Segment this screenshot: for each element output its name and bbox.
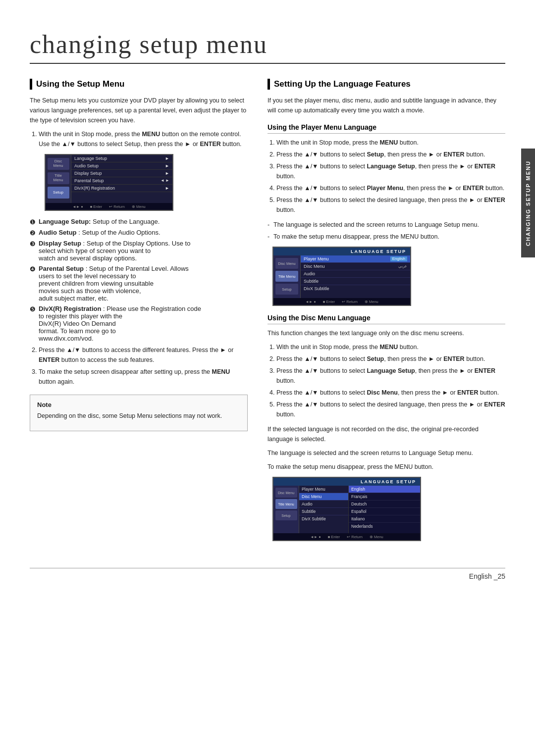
left-section-heading: Using the Setup Menu — [30, 79, 248, 90]
setup-icon-s2: Setup — [275, 510, 297, 520]
s2-lang-english: English — [349, 486, 420, 493]
disc-step-5: Press the ▲/▼ buttons to select the desi… — [276, 400, 505, 419]
right-section-heading: Setting Up the Language Features — [268, 79, 505, 90]
left-column: Using the Setup Menu The Setup menu lets… — [30, 79, 248, 548]
player-step-2: Press the ▲/▼ buttons to select Setup, t… — [276, 150, 505, 159]
setup-icon-s1b: Setup — [275, 284, 298, 295]
s1-row-disc: Disc Menuعربي — [301, 263, 410, 270]
side-tab: CHANGING SETUP MENU — [521, 149, 535, 257]
player-step-5: Press the ▲/▼ buttons to select the desi… — [276, 195, 505, 215]
desc-item-2: ❷ Audio Setup : Setup of the Audio Optio… — [30, 229, 248, 237]
disc-step-1: With the unit in Stop mode, press the ME… — [276, 342, 505, 352]
disc-menu-intro: This function changes the text language … — [268, 328, 505, 338]
setup-icon-s1: Title Menu — [275, 271, 298, 282]
s2-row-player: Player Menu — [299, 486, 348, 493]
left-step-1: With the unit in Stop mode, press the ME… — [39, 129, 248, 149]
player-note-2: To make the setup menu disappear, press … — [268, 232, 505, 242]
left-intro: The Setup menu lets you customize your D… — [30, 96, 248, 125]
menu-row-parental: Parental Setup◄ ► — [71, 177, 172, 185]
disc-menu-icon: DiscMenu — [48, 158, 69, 170]
s2-lang-francais: Français — [349, 493, 420, 501]
s1-row-divx: DivX Subtitle — [301, 285, 410, 292]
setup-icon: Setup — [48, 187, 69, 199]
setup-screen-mockup: DiscMenu TitleMenu Setup Language Setup►… — [45, 154, 233, 211]
note-box: Note Depending on the disc, some Setup M… — [30, 395, 248, 431]
lang-setup-screen-2: LANGUAGE SETUP Disc Menu Title Menu Setu… — [268, 477, 505, 541]
s2-row-subtitle: Subtitle — [299, 508, 348, 515]
disc-step-4: Press the ▲/▼ buttons to select Disc Men… — [276, 388, 505, 398]
s1-bottom-bar: ◄► ● ■ Enter ↩ Return ⊕ Menu — [273, 298, 410, 305]
disc-menu-icon-s1: Disc Menu — [275, 258, 298, 269]
title-menu-icon: TitleMenu — [48, 172, 69, 184]
title-menu-icon-s2: Title Menu — [275, 499, 297, 509]
note-text: Depending on the disc, some Setup Menu s… — [37, 411, 240, 421]
menu-row-display: Display Setup► — [71, 170, 172, 177]
disc-step-3: Press the ▲/▼ buttons to select Language… — [276, 366, 505, 386]
page-title: changing setup menu — [30, 30, 505, 64]
page-number-bar: English _25 — [30, 568, 505, 580]
s2-row-disc: Disc Menu — [299, 493, 348, 501]
s2-row-divx: DivX Subtitle — [299, 515, 348, 522]
desc-item-3: ❸ Display Setup : Setup of the Display O… — [30, 240, 248, 262]
lang-setup-screen-1: LANGUAGE SETUP Disc Menu Title Menu Setu… — [268, 247, 505, 306]
page-number: English _25 — [469, 572, 505, 580]
left-steps-2-3: Press the ▲/▼ buttons to access the diff… — [39, 345, 248, 387]
s2-lang-italiano: Italiano — [349, 515, 420, 523]
s2-row-audio: Audio — [299, 501, 348, 508]
disc-menu-steps: With the unit in Stop mode, press the ME… — [276, 342, 505, 419]
s1-row-subtitle: Subtitle — [301, 278, 410, 285]
disc-step-2: Press the ▲/▼ buttons to select Setup, t… — [276, 354, 505, 364]
player-menu-heading: Using the Player Menu Language — [268, 123, 505, 134]
menu-row-audio: Audio Setup► — [71, 162, 172, 170]
s1-row-audio: Audio — [301, 270, 410, 278]
desc-item-5: ❺ DivX(R) Registration : Please use the … — [30, 305, 248, 342]
lang-screen-header-1: LANGUAGE SETUP — [273, 248, 410, 255]
page-container: CHANGING SETUP MENU changing setup menu … — [0, 0, 535, 756]
disc-note-1: If the selected language is not recorded… — [268, 424, 505, 444]
player-notes: The language is selected and the screen … — [268, 220, 505, 242]
disc-menu-heading: Using the Disc Menu Language — [268, 314, 505, 324]
menu-row-divx: DivX(R) Registration► — [71, 185, 172, 192]
desc-item-1: ❶ Language Setup: Setup of the Language. — [30, 218, 248, 226]
side-tab-label: CHANGING SETUP MENU — [525, 160, 531, 246]
menu-row-language: Language Setup► — [71, 155, 172, 162]
two-column-layout: Using the Setup Menu The Setup menu lets… — [30, 79, 505, 548]
left-step-2: Press the ▲/▼ buttons to access the diff… — [39, 345, 248, 365]
s2-lang-espanol: Español — [349, 508, 420, 515]
player-step-3: Press the ▲/▼ buttons to select Language… — [276, 161, 505, 181]
left-steps-list: With the unit in Stop mode, press the ME… — [39, 129, 248, 149]
disc-note-2: The language is selected and the screen … — [268, 448, 505, 458]
disc-menu-icon-s2: Disc Menu — [275, 488, 297, 498]
disc-note-3: To make the setup menu disappear, press … — [268, 462, 505, 472]
player-menu-steps: With the unit in Stop mode, press the ME… — [276, 138, 505, 215]
s2-bottom-bar: ◄► ● ■ Enter ↩ Return ⊕ Menu — [273, 533, 420, 540]
lang-screen-header-2: LANGUAGE SETUP — [273, 478, 420, 486]
player-step-1: With the unit in Stop mode, press the ME… — [276, 138, 505, 148]
left-step-3: To make the setup screen disappear after… — [39, 367, 248, 387]
s1-row-player: Player MenuEnglish — [301, 255, 410, 263]
desc-item-4: ❹ Parental Setup : Setup of the Parental… — [30, 265, 248, 302]
right-intro: If you set the player menu, disc menu, a… — [268, 96, 505, 115]
right-column: Setting Up the Language Features If you … — [268, 79, 505, 548]
player-step-4: Press the ▲/▼ buttons to select Player M… — [276, 183, 505, 193]
screen-bottom-bar: ◄► ● ■ Enter ↩ Return ⊕ Menu — [46, 203, 172, 210]
menu-description-list: ❶ Language Setup: Setup of the Language.… — [30, 218, 248, 342]
s2-lang-deutsch: Deutsch — [349, 501, 420, 508]
note-title: Note — [37, 401, 240, 408]
player-note-1: The language is selected and the screen … — [268, 220, 505, 230]
s2-lang-nederlands: Nederlands — [349, 523, 420, 530]
